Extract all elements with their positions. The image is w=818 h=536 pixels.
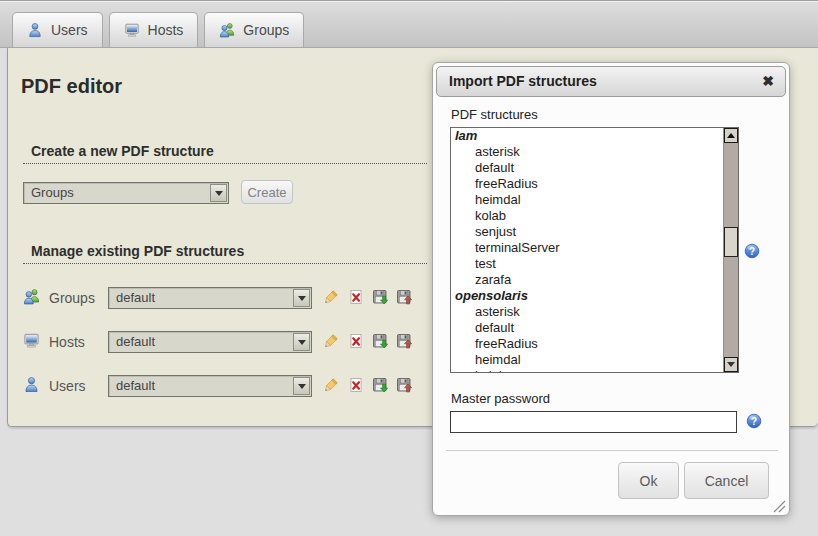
structure-type-select-value: Groups bbox=[31, 185, 74, 200]
users-structure-select-value: default bbox=[116, 378, 155, 393]
scroll-down-icon[interactable] bbox=[724, 357, 738, 372]
delete-icon[interactable] bbox=[348, 333, 364, 349]
cancel-button[interactable]: Cancel bbox=[684, 462, 769, 499]
list-item[interactable]: freeRadius bbox=[451, 336, 724, 352]
svg-text:?: ? bbox=[751, 416, 757, 427]
user-icon bbox=[27, 22, 43, 38]
chevron-down-icon[interactable] bbox=[210, 184, 227, 202]
list-item[interactable]: kolab bbox=[451, 368, 724, 373]
chevron-down-icon[interactable] bbox=[293, 289, 310, 307]
scrollbar-thumb[interactable] bbox=[724, 227, 738, 257]
groups-structure-select-value: default bbox=[116, 290, 155, 305]
list-item[interactable]: freeRadius bbox=[451, 176, 724, 192]
user-icon bbox=[23, 376, 40, 393]
resize-handle[interactable] bbox=[773, 499, 786, 512]
list-item[interactable]: default bbox=[451, 320, 724, 336]
list-item[interactable]: senjust bbox=[451, 224, 724, 240]
tab-users[interactable]: Users bbox=[12, 12, 103, 47]
export-icon[interactable] bbox=[372, 377, 388, 393]
ok-button[interactable]: Ok bbox=[618, 462, 679, 499]
list-category: opensolaris bbox=[451, 288, 724, 304]
dialog-separator bbox=[446, 450, 778, 451]
list-item[interactable]: terminalServer bbox=[451, 240, 724, 256]
pdf-editor-page: { "tabs": [ { "label": "Users", "icon": … bbox=[0, 0, 818, 536]
group-icon bbox=[219, 22, 235, 38]
master-password-label: Master password bbox=[451, 391, 550, 406]
list-item[interactable]: zarafa bbox=[451, 272, 724, 288]
list-item[interactable]: default bbox=[451, 160, 724, 176]
host-icon bbox=[23, 332, 40, 349]
dialog-title: Import PDF structures bbox=[449, 73, 597, 89]
import-icon[interactable] bbox=[396, 333, 412, 349]
list-item[interactable]: heimdal bbox=[451, 352, 724, 368]
scrollbar[interactable] bbox=[723, 128, 738, 372]
import-icon[interactable] bbox=[396, 377, 412, 393]
users-structure-select[interactable]: default bbox=[108, 375, 312, 397]
svg-text:?: ? bbox=[749, 246, 755, 257]
create-button[interactable]: Create bbox=[241, 180, 293, 204]
edit-icon[interactable] bbox=[323, 289, 339, 305]
pdf-structures-label: PDF structures bbox=[451, 107, 538, 122]
create-section-heading: Create a new PDF structure bbox=[23, 143, 427, 164]
tab-label: Groups bbox=[243, 22, 289, 38]
manage-row-label-users: Users bbox=[49, 375, 86, 397]
master-password-input[interactable] bbox=[450, 411, 737, 433]
scroll-up-icon[interactable] bbox=[724, 128, 738, 143]
chevron-down-icon[interactable] bbox=[293, 377, 310, 395]
manage-row-label-hosts: Hosts bbox=[49, 331, 85, 353]
export-icon[interactable] bbox=[372, 289, 388, 305]
delete-icon[interactable] bbox=[348, 289, 364, 305]
tab-label: Users bbox=[51, 22, 88, 38]
pdf-structures-list: lam asterisk default freeRadius heimdal … bbox=[451, 128, 724, 373]
list-item[interactable]: test bbox=[451, 256, 724, 272]
groups-structure-select[interactable]: default bbox=[108, 287, 312, 309]
close-icon[interactable]: ✖ bbox=[762, 67, 774, 96]
tab-hosts[interactable]: Hosts bbox=[109, 12, 199, 47]
help-icon[interactable]: ? bbox=[744, 243, 760, 259]
import-pdf-structures-dialog: Import PDF structures ✖ PDF structures l… bbox=[432, 62, 790, 516]
group-icon bbox=[23, 288, 40, 305]
list-item[interactable]: heimdal bbox=[451, 192, 724, 208]
edit-icon[interactable] bbox=[323, 377, 339, 393]
edit-icon[interactable] bbox=[323, 333, 339, 349]
hosts-structure-select[interactable]: default bbox=[108, 331, 312, 353]
export-icon[interactable] bbox=[372, 333, 388, 349]
structure-type-select[interactable]: Groups bbox=[23, 182, 229, 204]
chevron-down-icon[interactable] bbox=[293, 333, 310, 351]
list-item[interactable]: asterisk bbox=[451, 144, 724, 160]
dialog-titlebar[interactable]: Import PDF structures ✖ bbox=[436, 66, 786, 97]
tab-bar: Users Hosts Groups bbox=[0, 0, 818, 48]
manage-section-heading: Manage existing PDF structures bbox=[23, 243, 427, 264]
tab-groups[interactable]: Groups bbox=[204, 12, 304, 47]
list-item[interactable]: asterisk bbox=[451, 304, 724, 320]
list-item[interactable]: kolab bbox=[451, 208, 724, 224]
pdf-structures-listbox[interactable]: lam asterisk default freeRadius heimdal … bbox=[450, 127, 739, 373]
manage-row-label-groups: Groups bbox=[49, 287, 95, 309]
help-icon[interactable]: ? bbox=[746, 413, 762, 429]
page-title: PDF editor bbox=[21, 75, 122, 98]
hosts-structure-select-value: default bbox=[116, 334, 155, 349]
tab-label: Hosts bbox=[148, 22, 184, 38]
import-icon[interactable] bbox=[396, 289, 412, 305]
host-icon bbox=[124, 22, 140, 38]
delete-icon[interactable] bbox=[348, 377, 364, 393]
list-category: lam bbox=[451, 128, 724, 144]
